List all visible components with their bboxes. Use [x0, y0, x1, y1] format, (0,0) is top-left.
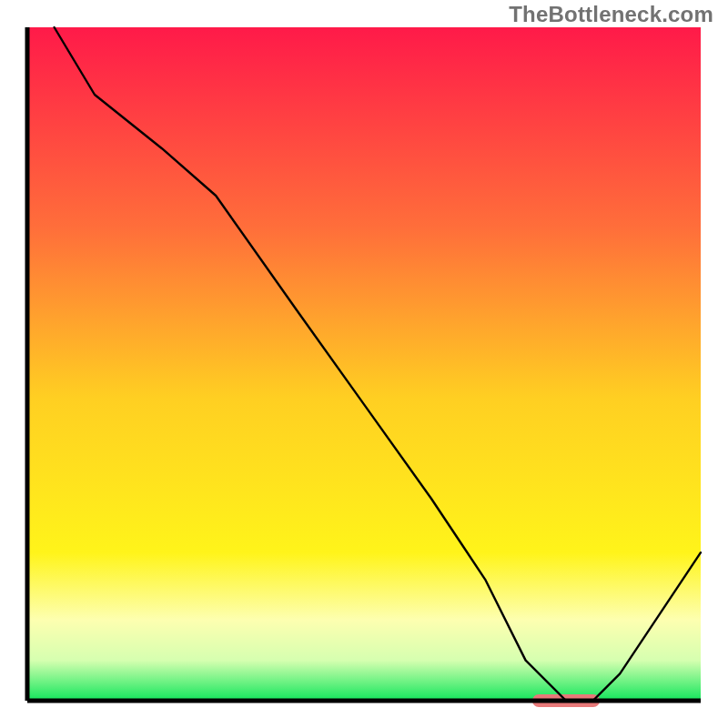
bottleneck-chart [0, 0, 728, 728]
plot-background [27, 27, 701, 701]
plot-area [27, 27, 701, 707]
chart-container: TheBottleneck.com [0, 0, 728, 728]
